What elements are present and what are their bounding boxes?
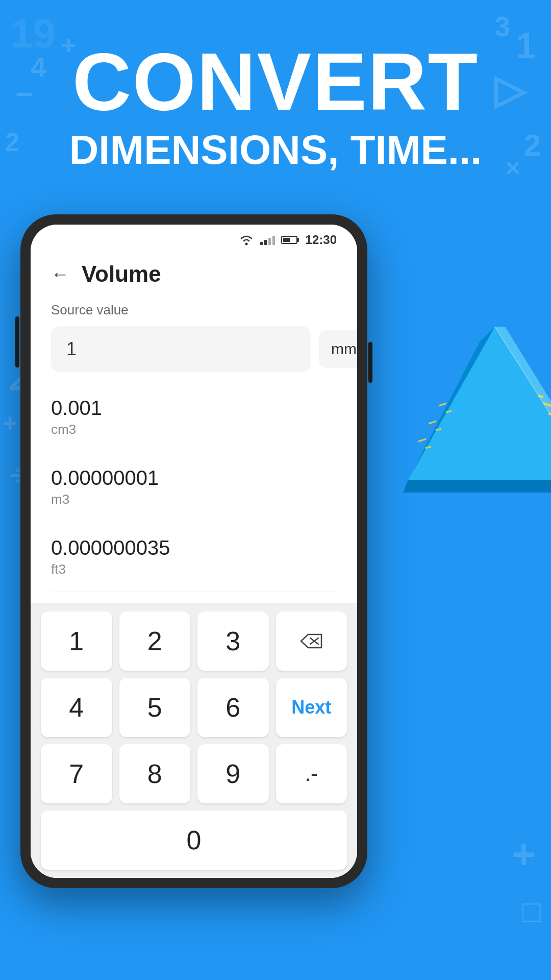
status-icons bbox=[239, 234, 297, 246]
key-6[interactable]: 6 bbox=[197, 678, 269, 737]
key-4[interactable]: 4 bbox=[41, 678, 112, 737]
source-area: Source value mm3 ▾ bbox=[31, 297, 357, 382]
phone-mockup: 12:30 ← Volume Source value mm3 ▾ bbox=[20, 214, 367, 888]
value-input[interactable] bbox=[51, 326, 311, 372]
top-bar: ← Volume bbox=[31, 251, 357, 297]
results-list: 0.001 cm3 0.00000001 m3 0.000000035 ft3 bbox=[31, 382, 357, 603]
key-3[interactable]: 3 bbox=[197, 611, 269, 671]
result-value-0: 0.001 bbox=[51, 397, 337, 420]
power-button bbox=[368, 342, 372, 383]
svg-line-17 bbox=[429, 421, 436, 424]
key-8[interactable]: 8 bbox=[119, 744, 191, 803]
result-unit-0: cm3 bbox=[51, 422, 337, 437]
result-unit-2: ft3 bbox=[51, 561, 337, 577]
svg-point-0 bbox=[245, 243, 247, 246]
ruler-decoration bbox=[398, 316, 551, 510]
keyboard-row-3: 7 8 9 .- bbox=[41, 744, 347, 803]
next-button[interactable]: Next bbox=[276, 678, 347, 737]
key-special[interactable]: .- bbox=[276, 744, 347, 803]
page-title: Volume bbox=[82, 261, 161, 287]
keyboard-row-2: 4 5 6 Next bbox=[41, 678, 347, 737]
key-delete[interactable] bbox=[276, 611, 347, 671]
key-2[interactable]: 2 bbox=[119, 611, 191, 671]
unit-label: mm3 bbox=[331, 340, 357, 358]
phone-frame: 12:30 ← Volume Source value mm3 ▾ bbox=[20, 214, 367, 888]
result-value-1: 0.00000001 bbox=[51, 467, 337, 489]
phone-screen: 12:30 ← Volume Source value mm3 ▾ bbox=[31, 225, 357, 878]
unit-selector[interactable]: mm3 ▾ bbox=[319, 330, 357, 368]
result-item: 0.001 cm3 bbox=[51, 382, 337, 452]
source-label: Source value bbox=[51, 302, 337, 318]
svg-line-16 bbox=[439, 403, 446, 406]
battery-icon bbox=[281, 236, 297, 244]
key-0[interactable]: 0 bbox=[41, 811, 347, 870]
app-content: ← Volume Source value mm3 ▾ bbox=[31, 251, 357, 878]
svg-line-18 bbox=[418, 439, 426, 442]
key-5[interactable]: 5 bbox=[119, 678, 191, 737]
result-item: 0.000000035 ft3 bbox=[51, 522, 337, 592]
delete-icon bbox=[300, 633, 322, 649]
result-value-2: 0.000000035 bbox=[51, 536, 337, 559]
convert-title: CONVERT bbox=[0, 41, 551, 122]
result-item: 0.00000001 m3 bbox=[51, 452, 337, 522]
header-subtitle: DIMENSIONS, TIME... bbox=[0, 128, 551, 173]
key-7[interactable]: 7 bbox=[41, 744, 112, 803]
wifi-icon bbox=[239, 234, 254, 246]
status-time: 12:30 bbox=[306, 233, 337, 247]
signal-icon bbox=[260, 235, 275, 245]
key-9[interactable]: 9 bbox=[197, 744, 269, 803]
status-bar: 12:30 bbox=[31, 225, 357, 251]
keyboard-row-4: 0 bbox=[41, 811, 347, 870]
keyboard-row-1: 1 2 3 bbox=[41, 611, 347, 671]
back-button[interactable]: ← bbox=[51, 263, 69, 285]
ruler-svg bbox=[398, 316, 551, 510]
input-row: mm3 ▾ bbox=[51, 326, 337, 372]
header: CONVERT DIMENSIONS, TIME... bbox=[0, 0, 551, 173]
result-unit-1: m3 bbox=[51, 492, 337, 507]
keyboard: 1 2 3 4 5 bbox=[31, 603, 357, 878]
key-1[interactable]: 1 bbox=[41, 611, 112, 671]
volume-button bbox=[15, 316, 19, 368]
svg-marker-5 bbox=[403, 480, 551, 493]
